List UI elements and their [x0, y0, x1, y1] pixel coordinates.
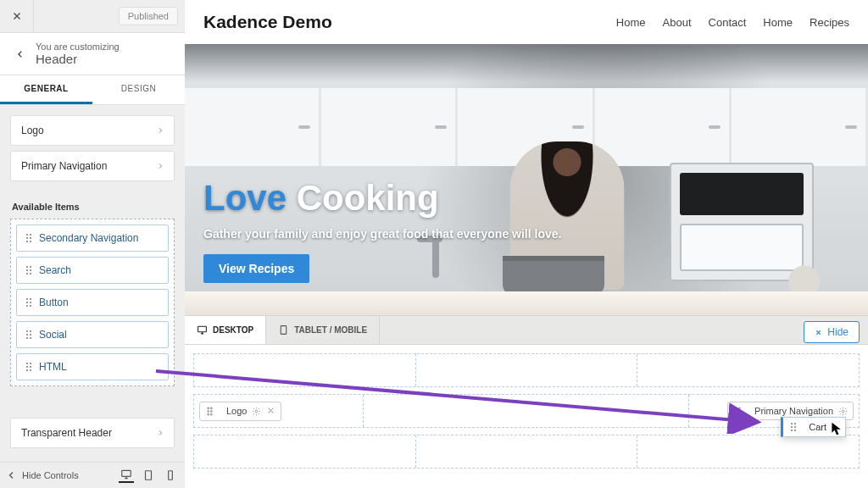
close-customizer-button[interactable]	[0, 0, 34, 32]
site-header: Kadence Demo Home About Contact Home Rec…	[185, 0, 868, 44]
chevron-right-icon	[157, 161, 164, 171]
builder-tab-tablet[interactable]: TABLET / MOBILE	[266, 316, 380, 344]
svg-point-2	[26, 237, 28, 239]
builder-top-row[interactable]	[193, 353, 860, 387]
hide-controls-button[interactable]: Hide Controls	[7, 470, 79, 480]
footer-device-mobile[interactable]	[163, 468, 178, 483]
panel-item-label: Logo	[21, 125, 44, 136]
back-button[interactable]	[10, 48, 31, 60]
svg-point-47	[738, 413, 740, 415]
footer-device-desktop[interactable]	[119, 468, 134, 483]
svg-point-44	[736, 410, 737, 412]
builder-main-row[interactable]: Logo Primary Navigation	[193, 394, 860, 428]
builder-item-logo[interactable]: Logo	[199, 402, 281, 421]
nav-link[interactable]: Recipes	[810, 16, 849, 29]
grip-icon	[25, 265, 32, 275]
svg-rect-31	[146, 471, 152, 480]
svg-rect-34	[281, 326, 287, 335]
svg-point-5	[30, 241, 31, 242]
svg-point-27	[30, 366, 31, 368]
svg-point-13	[30, 298, 31, 300]
nav-link[interactable]: Home	[616, 16, 646, 29]
svg-point-9	[30, 269, 31, 271]
grip-icon	[25, 233, 32, 243]
nav-link[interactable]: Contact	[709, 16, 747, 29]
grip-icon	[790, 422, 797, 432]
available-item[interactable]: Secondary Navigation	[16, 225, 169, 252]
svg-point-38	[210, 410, 212, 412]
svg-point-4	[26, 241, 28, 242]
footer-device-tablet[interactable]	[141, 468, 156, 483]
site-title: Kadence Demo	[203, 12, 332, 32]
svg-point-52	[794, 426, 796, 428]
builder-tab-tablet-label: TABLET / MOBILE	[294, 325, 367, 335]
desktop-icon	[197, 324, 208, 336]
svg-point-50	[794, 423, 796, 424]
tab-general[interactable]: GENERAL	[0, 75, 92, 104]
svg-point-39	[208, 413, 209, 415]
svg-point-53	[791, 430, 793, 431]
published-button[interactable]: Published	[119, 7, 178, 25]
builder-tab-desktop-label: DESKTOP	[213, 325, 253, 335]
available-item-label: Button	[39, 297, 69, 308]
available-item[interactable]: Search	[16, 257, 169, 284]
builder-bottom-row[interactable]	[193, 435, 860, 469]
svg-rect-33	[198, 326, 207, 332]
svg-point-10	[26, 273, 28, 274]
transparent-header-row: Transparent Header	[10, 418, 175, 453]
gear-icon[interactable]	[252, 407, 261, 416]
svg-point-42	[736, 407, 737, 408]
svg-point-3	[30, 237, 31, 239]
hero-cta-button[interactable]: View Recipes	[203, 254, 309, 283]
svg-point-37	[208, 410, 209, 412]
chevron-right-icon	[157, 428, 164, 438]
svg-point-43	[738, 407, 740, 408]
hide-builder-button[interactable]: Hide	[804, 321, 860, 343]
customizer-sidebar: Published You are customizing Header GEN…	[0, 0, 185, 488]
x-icon	[11, 10, 23, 22]
builder-tab-desktop[interactable]: DESKTOP	[185, 316, 266, 344]
nav-link[interactable]: About	[663, 16, 692, 29]
svg-point-54	[794, 430, 796, 431]
section-title: Header	[36, 52, 120, 66]
available-item-label: HTML	[39, 361, 67, 373]
svg-point-15	[30, 302, 31, 303]
grip-icon	[733, 407, 743, 416]
builder-item-remove[interactable]	[266, 406, 275, 417]
panel-item-transparent-header[interactable]: Transparent Header	[10, 418, 175, 448]
builder-left-cell[interactable]: Logo	[194, 395, 364, 427]
hero-title: Love Cooking	[203, 178, 595, 219]
svg-point-20	[26, 334, 28, 336]
svg-point-46	[736, 413, 737, 415]
svg-point-6	[26, 266, 28, 268]
gear-icon[interactable]	[838, 407, 848, 416]
nav-link[interactable]: Home	[763, 16, 793, 29]
hide-builder-label: Hide	[827, 326, 849, 338]
tab-design[interactable]: DESIGN	[92, 75, 185, 104]
panel-item-logo[interactable]: Logo	[10, 115, 175, 146]
hide-controls-label: Hide Controls	[22, 470, 79, 480]
section-eyebrow: You are customizing	[36, 42, 120, 52]
panel-item-primary-navigation[interactable]: Primary Navigation	[10, 151, 175, 181]
available-item[interactable]: Button	[16, 289, 169, 316]
section-labels: You are customizing Header	[36, 42, 120, 66]
builder-item-label: Logo	[226, 406, 247, 416]
hero-title-word2: Cooking	[297, 178, 439, 218]
tablet-icon	[142, 469, 154, 481]
bowl-illustration	[785, 246, 849, 297]
site-nav: Home About Contact Home Recipes	[616, 16, 849, 29]
svg-point-12	[26, 298, 28, 300]
available-item[interactable]: Social	[16, 321, 169, 348]
svg-point-29	[30, 369, 31, 371]
svg-point-23	[30, 337, 31, 339]
svg-point-18	[26, 330, 28, 332]
svg-point-21	[30, 334, 31, 336]
builder-center-cell[interactable]	[364, 395, 689, 427]
svg-point-19	[30, 330, 31, 332]
svg-rect-30	[122, 470, 131, 476]
hero-section: Love Cooking Gather your family and enjo…	[185, 44, 868, 315]
sidebar-tabs: GENERAL DESIGN	[0, 75, 185, 105]
grip-icon	[25, 330, 32, 340]
chevron-right-icon	[157, 125, 164, 136]
available-item[interactable]: HTML	[16, 353, 169, 380]
